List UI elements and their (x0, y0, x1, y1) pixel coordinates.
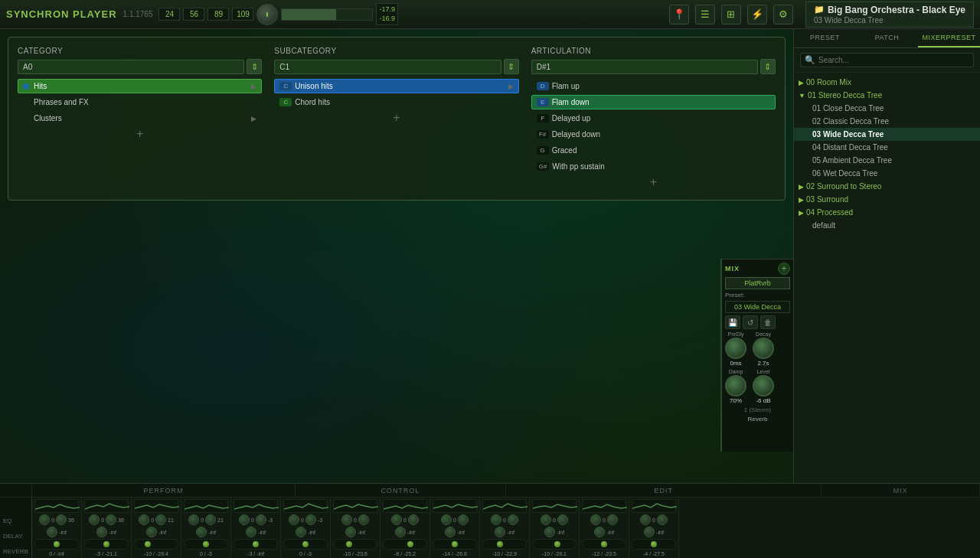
ch-pan-main[interactable] (84, 539, 129, 550)
settings-icon-btn[interactable]: ⚙ (773, 5, 793, 24)
channel-main: 0 36 -inf -3 / -21.1 (82, 498, 132, 558)
ch-eq-surround[interactable] (184, 499, 228, 513)
ch-eq-mainc[interactable] (134, 499, 178, 513)
search-input-wrap[interactable]: 🔍 (800, 53, 974, 67)
ch-eq-highsur[interactable] (283, 499, 328, 513)
category-item-clusters[interactable]: Clusters ▶ (18, 111, 262, 126)
location-icon-btn[interactable]: 📍 (669, 5, 689, 24)
db-display: -17.9 -16.9 (376, 3, 398, 25)
mixer-row-labels: EQ DELAY REVERB PAN VOL FX AUX BASIC (0, 498, 32, 558)
ch-pan-room[interactable] (34, 539, 79, 550)
ch-eq-horns[interactable] (482, 499, 527, 513)
subcategory-chord-label: Chord hits (295, 98, 330, 106)
subcategory-item-chord[interactable]: C Chord hits (274, 95, 518, 109)
preset-group-02[interactable]: ▶02 Surround to Stereo (794, 180, 980, 193)
search-input[interactable] (818, 56, 969, 64)
ch-eq-room[interactable] (34, 499, 79, 513)
category-scroll-btn[interactable]: ⇕ (247, 59, 262, 74)
mixer-channels: EQ DELAY REVERB PAN VOL FX AUX BASIC 0 3… (0, 498, 980, 558)
ch-pan-high[interactable] (234, 539, 278, 550)
transport-val3: 89 (207, 8, 229, 21)
ch-pan-histr[interactable] (333, 539, 377, 550)
category-item-hits[interactable]: Hits ▶ (18, 79, 262, 93)
ch-knob2-mainc[interactable] (155, 514, 166, 525)
category-item-phrases[interactable]: Phrases and FX (18, 95, 262, 109)
preset-group-00[interactable]: ▶00 Room Mix (794, 76, 980, 89)
channel-room-mix: 0 36 -inf 0 / -inf (32, 498, 82, 558)
preset-group-01[interactable]: ▼01 Stereo Decca Tree (794, 89, 980, 102)
ch-pan-mainc[interactable] (134, 539, 178, 550)
art-item-with-pp[interactable]: G# With pp sustain (531, 159, 776, 174)
preset-group-03[interactable]: ▶03 Surround (794, 193, 980, 206)
ch-eq-lobrass[interactable] (582, 499, 626, 513)
ch-knob-delay-main[interactable] (89, 514, 100, 525)
transport-fader[interactable] (281, 8, 373, 21)
ch-eq-main[interactable] (84, 499, 129, 513)
mixer-section-labels: PERFORM CONTROL EDIT MIX (0, 484, 980, 498)
ch-eq-histr[interactable] (333, 499, 377, 513)
tab-preset[interactable]: PRESET (794, 29, 856, 47)
articulation-scroll-btn[interactable]: ⇕ (760, 59, 776, 74)
ch-pan-lostr[interactable] (383, 539, 427, 550)
tab-mixerpreset[interactable]: MIXERPRESET (918, 29, 980, 47)
subcategory-selector-bar: C1 ⇕ (274, 59, 518, 74)
preset-03-wide[interactable]: 03 Wide Decca Tree (794, 128, 980, 141)
ch-knob-mainc[interactable] (139, 514, 149, 525)
ch-eq-high[interactable] (234, 499, 278, 513)
subcategory-add-btn[interactable]: + (274, 109, 518, 126)
subcategory-scroll-btn[interactable]: ⇕ (504, 59, 519, 74)
top-bar: SYNCHRON PLAYER 1.1.1765 24 56 89 109 -1… (0, 0, 980, 29)
ch-pan-lobrass[interactable] (582, 539, 626, 550)
grid-icon-btn[interactable]: ⊞ (721, 5, 741, 24)
ch-pan-horns[interactable] (482, 539, 527, 550)
ch-knob-delay-room[interactable] (39, 514, 50, 525)
row-label-eq: EQ (0, 513, 31, 528)
ch-knob-rev-room[interactable] (47, 527, 57, 537)
art-item-delayed-down[interactable]: F# Delayed down (531, 127, 776, 142)
ch-eq-lostr[interactable] (383, 499, 427, 513)
articulation-column: Articulation D#1 ⇕ D Flam up E Flam down (531, 47, 776, 191)
channel-lostr: 0 -inf -8 / -25.2 M (381, 498, 430, 558)
subcategory-item-unison[interactable]: C Unison hits ▶ (274, 79, 518, 93)
ch-knob-delay2-room[interactable] (56, 514, 67, 525)
preset-01-close[interactable]: 01 Close Decca Tree (794, 102, 980, 115)
preset-04-distant[interactable]: 04 Distant Decca Tree (794, 141, 980, 154)
preset-05-ambient[interactable]: 05 Ambient Decca Tree (794, 154, 980, 167)
preset-06-wet[interactable]: 06 Wet Decca Tree (794, 167, 980, 180)
channel-lo-brass: 0 -inf -12 / -23.5 M (580, 498, 629, 558)
search-icon: 🔍 (805, 55, 815, 65)
mixer-area: PERFORM CONTROL EDIT MIX EQ DELAY REVERB… (0, 483, 980, 558)
articulation-add-btn[interactable]: + (531, 174, 776, 191)
section-edit: EDIT (506, 484, 822, 497)
ch-knob-delay2-main[interactable] (106, 514, 116, 525)
score-icon-btn[interactable]: ☰ (695, 5, 715, 24)
ch-eq-trumpets[interactable] (532, 499, 577, 513)
ch-eq-reverb1[interactable] (632, 499, 676, 513)
ch-pan-surround[interactable] (184, 539, 228, 550)
channel-histr: 0 -inf -10 / -23.6 M (331, 498, 381, 558)
subcategory-header: Subcategory (274, 47, 518, 55)
ch-pan-reverb1[interactable] (632, 539, 676, 550)
preset-default[interactable]: default (794, 219, 980, 232)
ch-knob-rev-main[interactable] (96, 527, 107, 537)
articulation-selector-bar: D#1 ⇕ (531, 59, 776, 74)
ch-eq-woodw[interactable] (433, 499, 477, 513)
transport-knob[interactable] (256, 4, 278, 25)
channel-main-c: 0 21 -inf -10 / -28.4 (132, 498, 181, 558)
transport-area: 24 56 89 109 -17.9 -16.9 (158, 3, 407, 25)
tab-patch[interactable]: PATCH (856, 29, 918, 47)
right-panel: PRESET PATCH MIXERPRESET 🔍 ▶00 Room Mix … (793, 29, 980, 483)
category-add-btn[interactable]: + (18, 126, 262, 142)
ch-pan-highsur[interactable] (283, 539, 328, 550)
ch-pan-trumpets[interactable] (532, 539, 577, 550)
art-item-flam-down[interactable]: E Flam down (531, 95, 776, 109)
preset-02-classic[interactable]: 02 Classic Decca Tree (794, 115, 980, 128)
art-item-delayed-up[interactable]: F Delayed up (531, 111, 776, 126)
art-item-graced[interactable]: G Graced (531, 143, 776, 158)
channel-trumpets: 0 -inf -10 / -28.1 M (530, 498, 580, 558)
art-item-flam-up[interactable]: D Flam up (531, 79, 776, 93)
preset-group-04[interactable]: ▶04 Processed (794, 206, 980, 219)
cpu-icon-btn[interactable]: ⚡ (747, 5, 767, 24)
ch-pan-woodw[interactable] (433, 539, 477, 550)
subcategory-list: C Unison hits ▶ C Chord hits (274, 79, 518, 109)
